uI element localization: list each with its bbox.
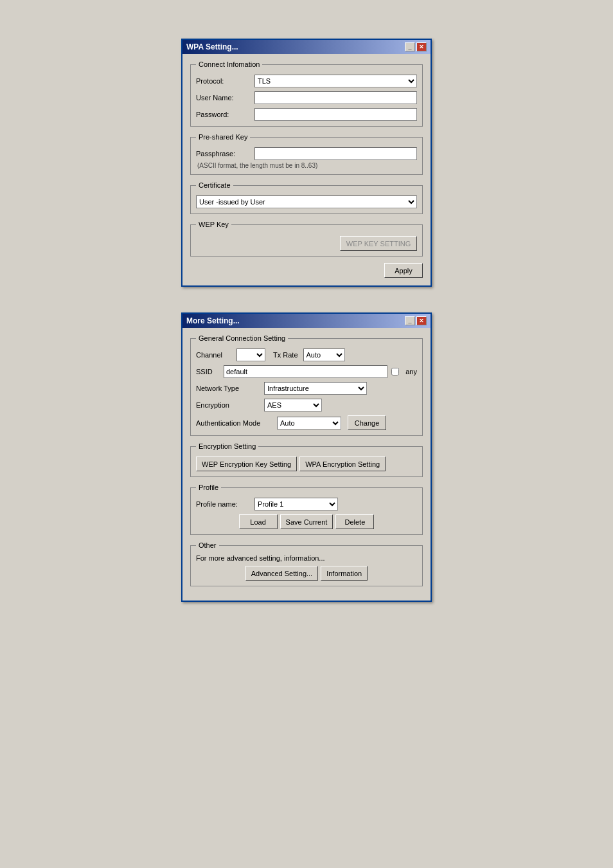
channel-select[interactable] [236,348,265,361]
profile-name-label: Profile name: [196,500,251,508]
username-input[interactable] [254,91,417,104]
encryption-setting-legend: Encryption Setting [196,442,258,450]
wep-key-group: WEP Key WEP KEY SETTING [190,221,423,257]
auth-mode-select[interactable]: Auto Open System Shared Key [277,417,341,429]
network-type-select[interactable]: Infrastructure Ad-Hoc [264,382,367,395]
profile-name-row: Profile name: Profile 1 Profile 2 [196,498,417,511]
password-row: Password: [196,108,417,121]
passphrase-row: Passphrase: [196,147,417,160]
username-row: User Name: [196,91,417,104]
ssid-input[interactable] [224,365,387,378]
any-label: any [405,368,417,375]
more-title-buttons: _ ✕ [405,316,427,325]
password-label: Password: [196,111,251,118]
network-type-label: Network Type [196,384,260,392]
auth-mode-label: Authentication Mode [196,419,273,427]
protocol-select[interactable]: TLS TTLS PEAP [254,75,417,87]
other-group: Other For more advanced setting, informa… [190,541,423,586]
txrate-select[interactable]: Auto [303,348,345,361]
passphrase-input[interactable] [254,147,417,160]
advanced-setting-button[interactable]: Advanced Setting... [245,566,318,581]
wpa-title-bar: WPA Setting... _ ✕ [182,40,431,54]
connect-info-legend: Connect Infomation [196,60,262,68]
more-title: More Setting... [186,316,240,325]
save-current-button[interactable]: Save Current [280,514,333,529]
other-legend: Other [196,541,219,549]
delete-button[interactable]: Delete [335,514,374,529]
username-label: User Name: [196,94,251,102]
load-button[interactable]: Load [239,514,278,529]
apply-row: Apply [190,263,423,278]
general-connection-group: General Connection Setting Channel Tx Ra… [190,334,423,436]
channel-label: Channel [196,351,231,359]
protocol-row: Protocol: TLS TTLS PEAP [196,75,417,87]
more-minimize-button[interactable]: _ [405,316,415,325]
other-btn-row: Advanced Setting... Information [196,566,417,581]
certificate-select[interactable]: User -issued by User [196,195,417,208]
wep-encryption-button[interactable]: WEP Encryption Key Setting [196,457,297,471]
network-type-row: Network Type Infrastructure Ad-Hoc [196,382,417,395]
profile-name-select[interactable]: Profile 1 Profile 2 [254,498,338,511]
ssid-label: SSID [196,368,220,375]
wpa-minimize-button[interactable]: _ [405,42,415,51]
information-button[interactable]: Information [321,566,368,581]
wep-key-setting-button[interactable]: WEP KEY SETTING [340,236,417,251]
preshared-key-legend: Pre-shared Key [196,133,250,141]
more-body: General Connection Setting Channel Tx Ra… [182,328,431,601]
certificate-legend: Certificate [196,181,233,189]
more-title-bar: More Setting... _ ✕ [182,314,431,328]
passphrase-hint: (ASCII format, the length must be in 8..… [197,162,417,169]
wpa-title-buttons: _ ✕ [405,42,427,51]
wpa-close-button[interactable]: ✕ [416,42,427,51]
wep-key-legend: WEP Key [196,221,231,228]
passphrase-label: Passphrase: [196,150,251,158]
txrate-label: Tx Rate [273,351,298,359]
wpa-setting-window: WPA Setting... _ ✕ Connect Infomation Pr… [181,39,432,287]
channel-row: Channel Tx Rate Auto [196,348,417,361]
wpa-body: Connect Infomation Protocol: TLS TTLS PE… [182,54,431,285]
general-connection-legend: General Connection Setting [196,334,288,342]
change-button[interactable]: Change [348,415,386,430]
wpa-encryption-button[interactable]: WPA Encryption Setting [299,457,386,471]
certificate-group: Certificate User -issued by User [190,181,423,214]
wep-btn-row: WEP KEY SETTING [196,236,417,251]
apply-button[interactable]: Apply [384,263,423,278]
other-text: For more advanced setting, information..… [196,554,417,562]
ssid-row: SSID any [196,365,417,378]
encryption-setting-group: Encryption Setting WEP Encryption Key Se… [190,442,423,477]
auth-mode-row: Authentication Mode Auto Open System Sha… [196,415,417,430]
encryption-btn-row: WEP Encryption Key Setting WPA Encryptio… [196,457,417,471]
profile-btn-row: Load Save Current Delete [196,514,417,529]
profile-legend: Profile [196,484,221,491]
encryption-select[interactable]: AES TKIP None [264,399,322,411]
encryption-label: Encryption [196,401,260,409]
password-input[interactable] [254,108,417,121]
any-checkbox[interactable] [391,368,399,375]
wpa-title: WPA Setting... [186,42,238,51]
protocol-label: Protocol: [196,77,251,85]
profile-group: Profile Profile name: Profile 1 Profile … [190,484,423,535]
more-close-button[interactable]: ✕ [416,316,427,325]
more-setting-window: More Setting... _ ✕ General Connection S… [181,312,432,602]
preshared-key-group: Pre-shared Key Passphrase: (ASCII format… [190,133,423,175]
connect-info-group: Connect Infomation Protocol: TLS TTLS PE… [190,60,423,127]
encryption-row: Encryption AES TKIP None [196,399,417,411]
